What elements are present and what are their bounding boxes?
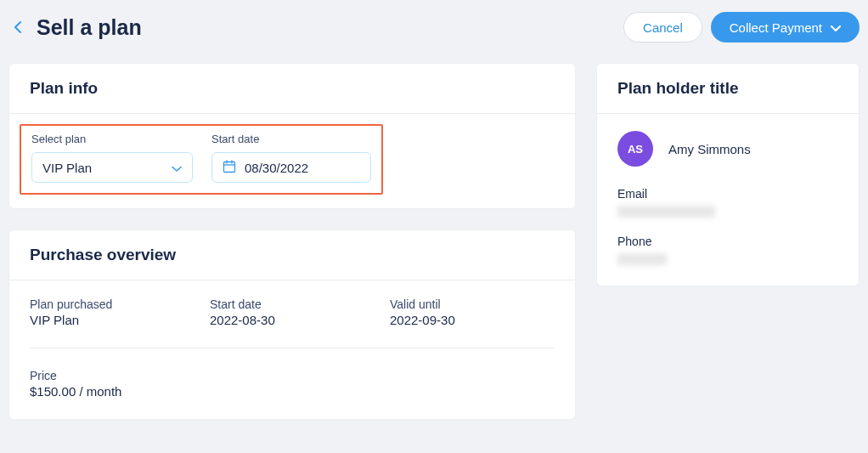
plan-holder-card: Plan holder title AS Amy Simmons Email P…	[596, 63, 860, 286]
start-date-label: Start date	[211, 133, 371, 145]
holder-name: Amy Simmons	[668, 142, 751, 156]
avatar-initials: AS	[628, 143, 643, 156]
select-plan-dropdown[interactable]: VIP Plan	[31, 152, 193, 183]
chevron-down-icon	[172, 161, 182, 175]
plan-holder-title: Plan holder title	[617, 79, 838, 98]
chevron-down-icon	[831, 20, 841, 35]
valid-until-value: 2022-09-30	[390, 313, 555, 327]
start-date-value: 08/30/2022	[245, 161, 308, 175]
plan-info-card: Plan info Select plan VIP Plan St	[8, 63, 576, 209]
ov-start-date-value: 2022-08-30	[210, 313, 390, 327]
valid-until-label: Valid until	[390, 297, 555, 311]
price-label: Price	[30, 369, 210, 382]
plan-purchased-label: Plan purchased	[30, 297, 210, 311]
plan-purchased-value: VIP Plan	[30, 313, 210, 327]
page-title: Sell a plan	[37, 15, 142, 40]
phone-value-redacted	[617, 253, 667, 265]
select-plan-label: Select plan	[31, 133, 193, 145]
calendar-icon	[223, 160, 236, 176]
purchase-overview-card: Purchase overview Plan purchased VIP Pla…	[8, 229, 576, 420]
email-value-redacted	[617, 206, 715, 218]
phone-label: Phone	[617, 235, 838, 248]
divider	[30, 348, 555, 348]
start-date-input[interactable]: 08/30/2022	[211, 152, 371, 183]
purchase-overview-title: Purchase overview	[30, 246, 555, 264]
ov-start-date-label: Start date	[210, 297, 390, 311]
collect-payment-label: Collect Payment	[730, 20, 822, 35]
plan-info-highlight: Select plan VIP Plan Start date	[20, 124, 383, 195]
cancel-button[interactable]: Cancel	[623, 12, 702, 42]
chevron-left-icon	[14, 20, 23, 34]
back-button[interactable]	[14, 20, 23, 34]
select-plan-value: VIP Plan	[42, 161, 92, 175]
plan-info-title: Plan info	[30, 79, 555, 98]
avatar: AS	[617, 131, 653, 167]
cancel-button-label: Cancel	[643, 20, 683, 35]
collect-payment-button[interactable]: Collect Payment	[711, 12, 860, 42]
svg-rect-0	[224, 161, 235, 172]
price-value: $150.00 / month	[30, 384, 210, 399]
email-label: Email	[617, 187, 838, 201]
